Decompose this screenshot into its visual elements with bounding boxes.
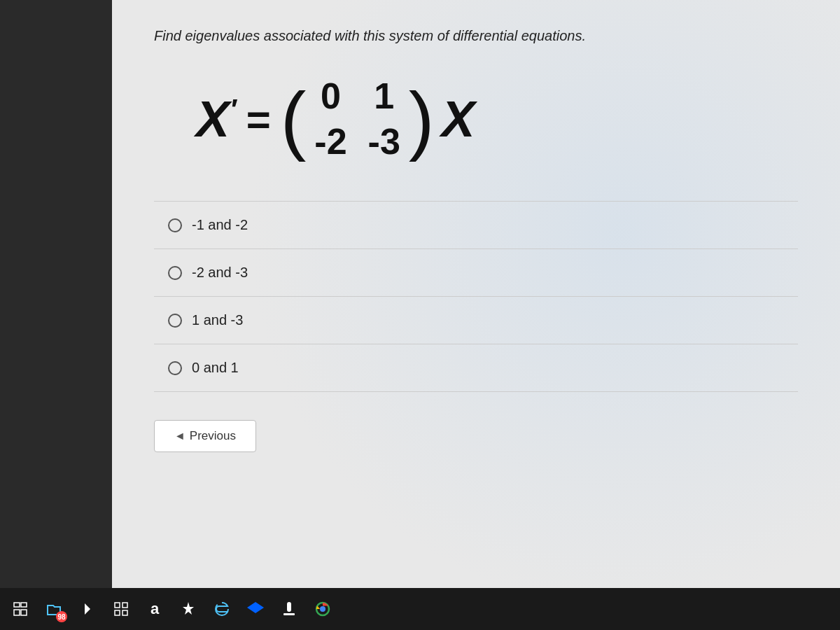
option-label-2: -2 and -3 bbox=[192, 265, 248, 281]
taskbar-folder-icon[interactable]: 98 bbox=[39, 594, 69, 624]
svg-rect-0 bbox=[14, 603, 20, 607]
svg-rect-6 bbox=[122, 603, 127, 608]
taskbar-chrome-icon[interactable] bbox=[308, 594, 337, 624]
taskbar: 98 a bbox=[0, 588, 840, 630]
matrix-r2c2: -3 bbox=[368, 122, 400, 162]
option-row-4[interactable]: 0 and 1 bbox=[154, 344, 798, 392]
svg-rect-2 bbox=[14, 610, 20, 615]
taskbar-edge-icon[interactable] bbox=[207, 594, 237, 624]
options-block: -1 and -2 -2 and -3 1 and -3 0 and 1 bbox=[154, 201, 798, 392]
matrix-r2c1: -2 bbox=[314, 122, 346, 162]
eq-equals: = bbox=[246, 95, 271, 144]
taskbar-grid-icon[interactable] bbox=[106, 594, 136, 624]
taskbar-badge-count: 98 bbox=[56, 611, 67, 622]
option-row-2[interactable]: -2 and -3 bbox=[154, 249, 798, 297]
eq-lhs: X′ bbox=[196, 90, 237, 148]
taskbar-chevron-icon[interactable] bbox=[73, 594, 102, 624]
equation-block: X′ = ( 0 1 -2 -3 ) X bbox=[154, 72, 798, 166]
nav-area: ◄ Previous bbox=[154, 420, 798, 452]
taskbar-a-label: a bbox=[150, 600, 159, 618]
option-row-3[interactable]: 1 and -3 bbox=[154, 297, 798, 344]
svg-rect-10 bbox=[284, 613, 295, 615]
option-label-3: 1 and -3 bbox=[192, 312, 243, 328]
option-row-1[interactable]: -1 and -2 bbox=[154, 202, 798, 249]
content-panel: Find eigenvalues associated with this sy… bbox=[112, 0, 840, 588]
equation: X′ = ( 0 1 -2 -3 ) X bbox=[196, 72, 475, 166]
option-label-4: 0 and 1 bbox=[192, 360, 239, 376]
radio-opt3[interactable] bbox=[168, 314, 182, 328]
radio-opt2[interactable] bbox=[168, 266, 182, 280]
svg-rect-7 bbox=[115, 610, 120, 615]
matrix-r1c1: 0 bbox=[314, 76, 346, 116]
left-panel bbox=[0, 0, 112, 588]
svg-point-11 bbox=[320, 606, 326, 612]
svg-marker-4 bbox=[85, 603, 90, 615]
matrix-r1c2: 1 bbox=[368, 76, 400, 116]
previous-label: Previous bbox=[190, 429, 236, 443]
eq-rhs: X bbox=[441, 90, 475, 148]
svg-rect-5 bbox=[115, 603, 120, 608]
paren-right: ) bbox=[409, 80, 435, 158]
svg-rect-3 bbox=[21, 610, 27, 615]
radio-opt4[interactable] bbox=[168, 361, 182, 375]
taskbar-dropbox-icon[interactable] bbox=[241, 594, 270, 624]
option-label-1: -1 and -2 bbox=[192, 217, 248, 233]
svg-rect-8 bbox=[122, 610, 127, 615]
paren-left: ( bbox=[281, 80, 307, 158]
previous-button[interactable]: ◄ Previous bbox=[154, 420, 256, 452]
question-title: Find eigenvalues associated with this sy… bbox=[154, 28, 798, 44]
taskbar-a-icon[interactable]: a bbox=[140, 594, 169, 624]
svg-rect-1 bbox=[21, 603, 27, 607]
taskbar-pin-icon[interactable] bbox=[174, 594, 203, 624]
matrix-grid: 0 1 -2 -3 bbox=[309, 72, 406, 166]
svg-rect-9 bbox=[287, 602, 291, 612]
radio-opt1[interactable] bbox=[168, 218, 182, 232]
taskbar-notification-icon[interactable] bbox=[274, 594, 304, 624]
prev-arrow-icon: ◄ bbox=[174, 430, 186, 442]
taskbar-snip-icon[interactable] bbox=[6, 594, 35, 624]
matrix-container: ( 0 1 -2 -3 ) bbox=[281, 72, 435, 166]
